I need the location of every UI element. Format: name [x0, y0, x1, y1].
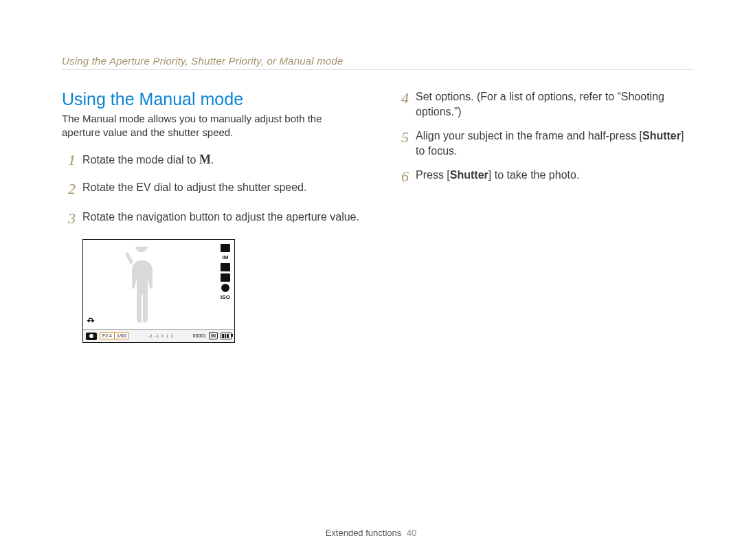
steps-right: 4 Set options. (For a list of options, r…: [395, 89, 694, 188]
step-number: 4: [395, 88, 409, 109]
battery-icon: [221, 333, 232, 339]
step-text: Rotate the mode dial to M.: [82, 151, 361, 168]
breadcrumb: Using the Aperture Priority, Shutter Pri…: [62, 55, 694, 70]
shutter-key-label: Shutter: [450, 169, 488, 181]
lcd-viewport: IM ISO: [83, 240, 234, 329]
step-4: 4 Set options. (For a list of options, r…: [395, 89, 694, 120]
camera-lcd-illustration: IM ISO F2.4 1/60 -2 -1 0 1 2 00001: [82, 239, 235, 343]
step-number: 5: [395, 127, 409, 148]
aperture-value: F2.4: [100, 333, 114, 339]
exposure-readout: F2.4 1/60: [100, 332, 129, 339]
page-footer: Extended functions 40: [0, 528, 742, 538]
step-text: Set options. (For a list of options, ref…: [416, 89, 694, 120]
text-fragment: Rotate the mode dial to: [82, 154, 199, 166]
image-size-icon: IM: [221, 254, 230, 261]
shutter-key-label: Shutter: [642, 130, 681, 142]
flash-mode-icon: [221, 284, 229, 292]
footer-section: Extended functions: [326, 528, 402, 538]
mode-dial-m-icon: M: [199, 153, 211, 166]
iso-icon: ISO: [221, 294, 230, 301]
step-1: 1 Rotate the mode dial to M.: [62, 151, 361, 172]
step-text: Rotate the navigation button to adjust t…: [82, 210, 361, 225]
content-columns: Using the Manual mode The Manual mode al…: [62, 89, 694, 343]
subject-silhouette-icon: [121, 247, 162, 329]
lcd-side-icons: IM ISO: [221, 244, 230, 301]
metering-icon: [221, 273, 230, 282]
step-number: 1: [62, 150, 76, 171]
text-fragment: ] to take the photo.: [488, 169, 580, 181]
column-right: 4 Set options. (For a list of options, r…: [395, 89, 694, 343]
step-text: Press [Shutter] to take the photo.: [416, 168, 694, 183]
step-3: 3 Rotate the navigation button to adjust…: [62, 210, 361, 231]
drive-mode-icon: [221, 244, 230, 252]
step-2: 2 Rotate the EV dial to adjust the shutt…: [62, 180, 361, 201]
section-title: Using the Manual mode: [62, 89, 361, 109]
step-text: Align your subject in the frame and half…: [416, 128, 694, 159]
column-left: Using the Manual mode The Manual mode al…: [62, 89, 361, 343]
shot-counter: 00001: [193, 333, 206, 338]
step-5: 5 Align your subject in the frame and ha…: [395, 128, 694, 159]
step-6: 6 Press [Shutter] to take the photo.: [395, 168, 694, 189]
storage-badge-icon: IN: [209, 332, 218, 339]
shutter-speed-value: 1/60: [114, 333, 128, 339]
ois-badge-icon: [86, 317, 95, 326]
quality-icon: [221, 263, 230, 271]
section-intro: The Manual mode allows you to manually a…: [62, 112, 361, 140]
ev-scale: -2 -1 0 1 2: [132, 334, 190, 338]
step-text: Rotate the EV dial to adjust the shutter…: [82, 180, 361, 195]
lcd-status-bar: F2.4 1/60 -2 -1 0 1 2 00001 IN: [83, 329, 234, 342]
text-fragment: Press [: [416, 169, 450, 181]
footer-page-number: 40: [407, 528, 416, 538]
text-fragment: Align your subject in the frame and half…: [416, 130, 642, 142]
step-number: 2: [62, 179, 76, 200]
manual-page: Using the Aperture Priority, Shutter Pri…: [0, 0, 742, 560]
text-fragment: .: [211, 154, 214, 166]
steps-left: 1 Rotate the mode dial to M. 2 Rotate th…: [62, 151, 361, 231]
step-number: 3: [62, 208, 76, 229]
camera-mode-icon: [86, 332, 97, 340]
step-number: 6: [395, 166, 409, 188]
